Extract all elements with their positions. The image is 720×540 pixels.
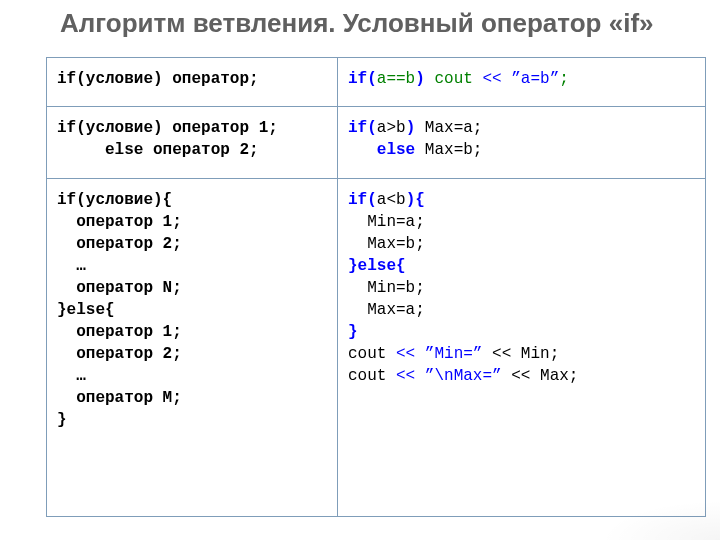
code-segment: cout	[348, 345, 396, 363]
code-segment: оператор N;	[57, 279, 182, 297]
code-segment: оператор 2;	[57, 345, 182, 363]
page-title: Алгоритм ветвления. Условный оператор «i…	[0, 0, 720, 57]
code-segment: a>b	[377, 119, 406, 137]
code-segment: оператор 2;	[57, 235, 182, 253]
code-segment: << Min;	[482, 345, 559, 363]
code-segment	[348, 141, 377, 159]
code-segment: Min=b;	[348, 279, 425, 297]
code-segment: }	[57, 411, 67, 429]
table-cell: if(a>b) Max=a; else Max=b;	[338, 107, 706, 179]
code-segment: << ”a=b”	[482, 70, 559, 88]
code-segment: оператор 1;	[57, 323, 182, 341]
code-segment: …	[57, 257, 86, 275]
code-segment: if(условие) оператор;	[57, 70, 259, 88]
code-segment: )	[415, 70, 425, 88]
table-cell: if(a<b){ Min=a; Max=b; }else{ Min=b; Max…	[338, 179, 706, 517]
code-segment: a==b	[377, 70, 415, 88]
code-segment: << ”\nMax=”	[396, 367, 502, 385]
code-segment: if(	[348, 191, 377, 209]
code-segment: }	[348, 323, 358, 341]
code-segment: Max=b;	[348, 235, 425, 253]
code-segment: }else{	[57, 301, 115, 319]
code-segment: ){	[406, 191, 425, 209]
code-segment: Max=a;	[415, 119, 482, 137]
table-cell: if(условие) оператор 1; else оператор 2;	[46, 107, 338, 179]
code-segment: Max=b;	[415, 141, 482, 159]
table-cell: if(условие) оператор;	[46, 57, 338, 107]
code-segment: }else{	[348, 257, 406, 275]
code-segment: …	[57, 367, 86, 385]
code-segment: if(условие){	[57, 191, 172, 209]
table-cell: if(условие){ оператор 1; оператор 2; … о…	[46, 179, 338, 517]
code-segment: Min=a;	[348, 213, 425, 231]
code-segment: ;	[559, 70, 569, 88]
code-segment: Max=a;	[348, 301, 425, 319]
code-segment: )	[406, 119, 416, 137]
table-cell: if(a==b) cout << ”a=b”;	[338, 57, 706, 107]
code-segment: else	[377, 141, 415, 159]
code-segment: cout	[348, 367, 396, 385]
code-segment: оператор M;	[57, 389, 182, 407]
code-segment: if(условие) оператор 1;	[57, 119, 278, 137]
code-segment: оператор 1;	[57, 213, 182, 231]
code-segment: << ”Min=”	[396, 345, 482, 363]
code-segment: if(	[348, 119, 377, 137]
code-table: if(условие) оператор; if(a==b) cout << ”…	[46, 57, 720, 517]
code-segment: << Max;	[502, 367, 579, 385]
code-segment: a<b	[377, 191, 406, 209]
code-segment: else оператор 2;	[57, 141, 259, 159]
code-segment: if(	[348, 70, 377, 88]
code-segment: cout	[425, 70, 483, 88]
